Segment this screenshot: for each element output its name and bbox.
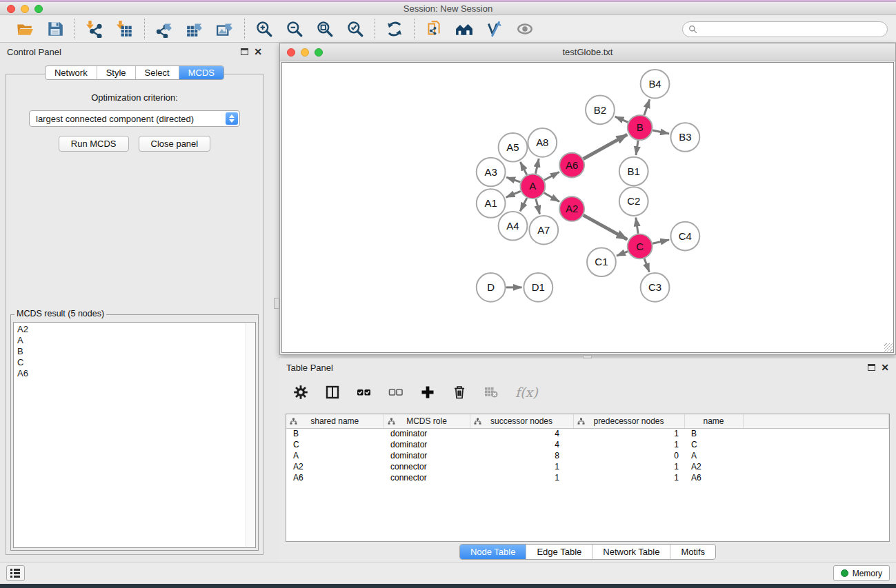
table-row[interactable]: A2connector11A2 (286, 461, 889, 472)
graph-node-B3[interactable]: B3 (670, 123, 699, 152)
export-network-icon[interactable] (155, 19, 174, 39)
tab-network[interactable]: Network (46, 66, 97, 79)
graph-edge-A2-C[interactable] (584, 215, 628, 239)
graph-edge-C-C1[interactable] (617, 252, 628, 256)
graph-node-C1[interactable]: C1 (587, 247, 616, 276)
result-item[interactable]: A (17, 335, 255, 346)
left-splitter-handle[interactable] (274, 298, 279, 309)
toggle-details-icon[interactable] (485, 19, 504, 39)
select-all-icon[interactable] (357, 385, 372, 400)
column-header-name[interactable]: name (684, 414, 743, 428)
clone-network-icon[interactable] (424, 19, 444, 39)
table-close-panel-icon[interactable]: ✕ (881, 364, 889, 371)
graph-node-A[interactable]: A (520, 174, 545, 199)
graph-node-C2[interactable]: C2 (619, 187, 648, 216)
graph-node-A4[interactable]: A4 (499, 212, 528, 241)
graph-edge-A-A7[interactable] (536, 199, 540, 214)
table-row[interactable]: Bdominator41B (286, 428, 889, 439)
table-settings-icon[interactable] (293, 385, 308, 400)
column-header-predecessor-nodes[interactable]: predecessor nodes (573, 414, 684, 428)
tab-network-table[interactable]: Network Table (592, 545, 670, 559)
column-header-MCDS-role[interactable]: MCDS role (384, 414, 470, 428)
graph-node-A3[interactable]: A3 (477, 158, 506, 187)
search-field[interactable] (682, 21, 888, 37)
zoom-in-icon[interactable] (255, 19, 274, 39)
column-header-shared-name[interactable]: shared name (286, 414, 384, 428)
tab-style[interactable]: Style (97, 66, 135, 79)
result-item[interactable]: A6 (17, 368, 255, 379)
graph-node-B[interactable]: B (628, 115, 653, 140)
open-file-icon[interactable] (15, 19, 34, 39)
graph-node-C[interactable]: C (628, 234, 653, 259)
column-header-successor-nodes[interactable]: successor nodes (470, 414, 573, 428)
graph-node-A8[interactable]: A8 (528, 128, 557, 157)
result-scrollbar[interactable] (246, 323, 255, 547)
graph-node-A5[interactable]: A5 (499, 133, 528, 162)
table-row[interactable]: A6connector11A6 (286, 472, 889, 483)
graph-edge-A-A1[interactable] (506, 191, 521, 197)
tab-node-table[interactable]: Node Table (460, 545, 526, 559)
zoom-selected-icon[interactable] (346, 19, 365, 39)
import-network-icon[interactable] (85, 19, 104, 39)
save-session-icon[interactable] (46, 19, 65, 39)
graph-node-D[interactable]: D (477, 273, 506, 302)
graph-node-A1[interactable]: A1 (477, 189, 506, 218)
result-item[interactable]: C (17, 357, 255, 368)
graph-node-A6[interactable]: A6 (559, 153, 584, 178)
criterion-dropdown[interactable]: largest connected component (directed) (29, 110, 240, 127)
tab-select[interactable]: Select (135, 66, 179, 79)
home-layout-icon[interactable] (455, 19, 474, 39)
table-row[interactable]: Cdominator41C (286, 439, 889, 450)
graph-edge-A-A5[interactable] (520, 162, 526, 175)
delete-column-icon[interactable] (452, 385, 467, 400)
toggle-visibility-icon[interactable] (515, 19, 535, 39)
graph-edge-A6-B[interactable] (584, 134, 628, 159)
graph-node-C4[interactable]: C4 (670, 222, 699, 251)
memory-button[interactable]: Memory (833, 565, 890, 581)
search-input[interactable] (701, 24, 882, 34)
tab-mcds[interactable]: MCDS (179, 66, 223, 79)
mcds-result-list[interactable]: A2ABCA6 (13, 322, 256, 548)
graph-edge-A-A4[interactable] (520, 198, 527, 211)
graph-edge-A-A2[interactable] (544, 193, 559, 202)
refresh-view-icon[interactable] (385, 19, 404, 39)
graph-node-D1[interactable]: D1 (524, 273, 552, 302)
graph-edge-A-A6[interactable] (544, 172, 559, 180)
float-panel-icon[interactable] (241, 48, 248, 55)
graph-edge-B-B4[interactable] (644, 99, 650, 115)
graph-node-A7[interactable]: A7 (529, 216, 558, 245)
table-float-panel-icon[interactable] (868, 364, 875, 371)
zoom-fit-icon[interactable] (315, 19, 335, 39)
graph-edge-B-B1[interactable] (636, 141, 638, 155)
graph-node-B2[interactable]: B2 (586, 96, 615, 125)
graph-edge-A-A8[interactable] (535, 159, 539, 174)
result-item[interactable]: B (17, 346, 255, 357)
graph-node-A2[interactable]: A2 (559, 196, 584, 221)
run-mcds-button[interactable]: Run MCDS (59, 136, 129, 152)
column-layout-icon[interactable] (325, 385, 340, 400)
export-table-icon[interactable] (185, 19, 204, 39)
close-panel-button[interactable]: Close panel (139, 136, 211, 152)
graph-edge-A-A3[interactable] (506, 177, 520, 182)
graph-edge-C-C3[interactable] (644, 258, 649, 272)
graph-node-B1[interactable]: B1 (619, 157, 648, 186)
add-column-icon[interactable] (420, 385, 435, 400)
close-panel-icon[interactable]: ✕ (254, 48, 262, 55)
graph-edge-B-B2[interactable] (615, 116, 628, 122)
import-table-icon[interactable] (115, 19, 135, 39)
zoom-out-icon[interactable] (285, 19, 304, 39)
graph-edge-B-B3[interactable] (653, 130, 669, 134)
result-item[interactable]: A2 (17, 324, 255, 335)
tab-edge-table[interactable]: Edge Table (526, 545, 592, 559)
resize-grip[interactable] (884, 343, 893, 352)
graph-edge-C-C4[interactable] (653, 240, 669, 243)
export-image-icon[interactable] (215, 19, 235, 39)
table-row[interactable]: Adominator80A (286, 450, 889, 461)
tab-motifs[interactable]: Motifs (670, 545, 715, 559)
unselect-all-icon[interactable] (388, 385, 404, 400)
graph-edge-C-C2[interactable] (636, 218, 638, 234)
graph-node-B4[interactable]: B4 (641, 70, 670, 99)
task-history-button[interactable] (6, 565, 25, 581)
graph-node-C3[interactable]: C3 (641, 273, 670, 302)
network-canvas[interactable]: A A1 A2 A3 A4 A5 A6 A7 A8 B B1 B2 B3 B4 … (281, 62, 894, 353)
